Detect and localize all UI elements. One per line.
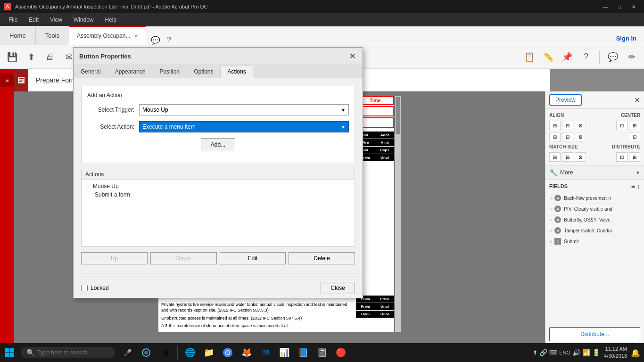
taskbar-app-word[interactable]: 📘 — [295, 344, 312, 361]
select-action-row: Select Action: Execute a menu item ▼ — [87, 121, 349, 132]
notification-icon[interactable]: 🔔 — [631, 348, 640, 357]
collapse-icon: — — [85, 184, 90, 189]
action-value: Execute a menu item — [142, 123, 196, 130]
network-wifi-icon[interactable]: 📶 — [582, 349, 590, 356]
edit-button[interactable]: Edit — [220, 252, 286, 264]
down-button[interactable]: Down — [150, 252, 217, 264]
taskbar-app-acrobat[interactable]: 🔴 — [332, 344, 349, 361]
action-control-buttons: Up Down Edit Delete — [81, 252, 355, 264]
select-trigger-row: Select Trigger: Mouse Up ▼ — [87, 104, 349, 115]
svg-rect-7 — [10, 353, 14, 357]
dialog-close-button[interactable]: ✕ — [347, 51, 357, 61]
taskbar-search-button[interactable] — [138, 344, 155, 361]
delete-button[interactable]: Delete — [289, 252, 355, 264]
tab-appearance[interactable]: Appearance — [108, 65, 153, 78]
keyboard-icon[interactable]: ⌨ — [549, 349, 557, 356]
add-action-section: Add an Action Select Trigger: Mouse Up ▼… — [81, 86, 355, 163]
select-trigger-control: Mouse Up ▼ — [139, 104, 349, 115]
locked-row: Locked — [81, 283, 109, 293]
add-button[interactable]: Add... — [201, 138, 235, 151]
svg-rect-4 — [5, 348, 9, 353]
action-group-header[interactable]: — Mouse Up — [83, 182, 353, 190]
taskbar-app-onenote[interactable]: 📓 — [314, 344, 330, 361]
actions-section-title: Actions — [82, 169, 355, 180]
action-dropdown[interactable]: Execute a menu item ▼ — [139, 121, 349, 132]
taskbar-apps: 🎤 ⊞ 🌐 📁 🦊 ✉ 📊 📘 📓 🔴 — [115, 344, 353, 361]
taskbar-app-edge[interactable]: 🌐 — [182, 344, 198, 361]
svg-point-9 — [144, 351, 148, 354]
trigger-dropdown[interactable]: Mouse Up ▼ — [139, 104, 349, 115]
network-icon[interactable]: 🔗 — [539, 349, 547, 356]
tray-icon-1[interactable]: ⬆ — [533, 349, 537, 356]
actions-list: — Mouse Up Submit a form — [82, 180, 355, 246]
svg-point-12 — [226, 351, 230, 354]
tab-actions[interactable]: Actions — [220, 65, 253, 78]
actions-list-section: Actions — Mouse Up Submit a form — [81, 169, 355, 247]
search-icon: 🔍 — [26, 349, 34, 356]
locked-label: Locked — [91, 285, 109, 291]
clock[interactable]: 11:12 AM 4/30/2018 — [604, 346, 627, 360]
taskbar: 🔍 🎤 ⊞ 🌐 📁 🦊 ✉ 📊 📘 📓 🔴 — [0, 343, 644, 362]
search-input[interactable] — [37, 349, 103, 356]
start-button[interactable] — [0, 343, 19, 362]
taskbar-app-outlook[interactable]: ✉ — [257, 344, 274, 361]
svg-rect-5 — [10, 348, 14, 353]
taskbar-app-excel[interactable]: 📊 — [276, 344, 293, 361]
taskbar-app-chrome[interactable] — [219, 344, 236, 361]
action-item-submit-form[interactable]: Submit a form — [83, 190, 353, 199]
cortana-icon — [141, 348, 151, 357]
dialog-close-btn[interactable]: Close — [321, 282, 355, 294]
trigger-arrow-icon: ▼ — [341, 107, 346, 113]
tab-general[interactable]: General — [74, 65, 108, 78]
tab-position[interactable]: Position — [152, 65, 187, 78]
taskbar-separator — [177, 346, 178, 360]
add-action-title: Add an Action — [87, 92, 349, 99]
add-btn-container: Add... — [87, 138, 349, 157]
dialog-footer: Locked Close — [74, 278, 363, 298]
windows-logo-icon — [5, 348, 14, 357]
battery-icon[interactable]: 🔋 — [592, 349, 600, 356]
trigger-value: Mouse Up — [142, 107, 168, 113]
svg-rect-6 — [5, 353, 9, 357]
select-action-label: Select Action: — [87, 123, 139, 130]
button-properties-dialog: Button Properties ✕ General Appearance P… — [73, 47, 363, 298]
up-button[interactable]: Up — [81, 252, 148, 264]
taskbar-search[interactable]: 🔍 — [21, 347, 115, 358]
time-text: 11:12 AM — [604, 346, 627, 353]
chrome-icon — [223, 347, 233, 358]
taskbar-task-view[interactable]: ⊞ — [157, 344, 173, 361]
action-group-label: Mouse Up — [93, 183, 119, 189]
select-trigger-label: Select Trigger: — [87, 107, 139, 113]
volume-icon[interactable]: 🔊 — [572, 349, 580, 356]
action-arrow-icon: ▼ — [341, 124, 346, 130]
date-text: 4/30/2018 — [604, 353, 627, 360]
dialog-titlebar: Button Properties ✕ — [74, 48, 363, 65]
action-group-mouse-up: — Mouse Up Submit a form — [83, 182, 353, 199]
dialog-content: Add an Action Select Trigger: Mouse Up ▼… — [74, 78, 363, 278]
lang-icon[interactable]: ENG — [559, 350, 570, 355]
system-tray-icons: ⬆ 🔗 ⌨ ENG 🔊 📶 🔋 — [533, 349, 600, 356]
taskbar-mic-button[interactable]: 🎤 — [119, 344, 136, 361]
dialog-overlay: Button Properties ✕ General Appearance P… — [0, 0, 644, 362]
taskbar-app-firefox[interactable]: 🦊 — [238, 344, 255, 361]
tab-options[interactable]: Options — [187, 65, 220, 78]
select-action-control: Execute a menu item ▼ — [139, 121, 349, 132]
locked-checkbox[interactable] — [81, 285, 88, 291]
taskbar-system-tray: ⬆ 🔗 ⌨ ENG 🔊 📶 🔋 11:12 AM 4/30/2018 🔔 — [529, 346, 644, 360]
taskbar-app-explorer[interactable]: 📁 — [200, 344, 217, 361]
dialog-tabs: General Appearance Position Options Acti… — [74, 65, 363, 78]
dialog-title-text: Button Properties — [79, 53, 131, 60]
